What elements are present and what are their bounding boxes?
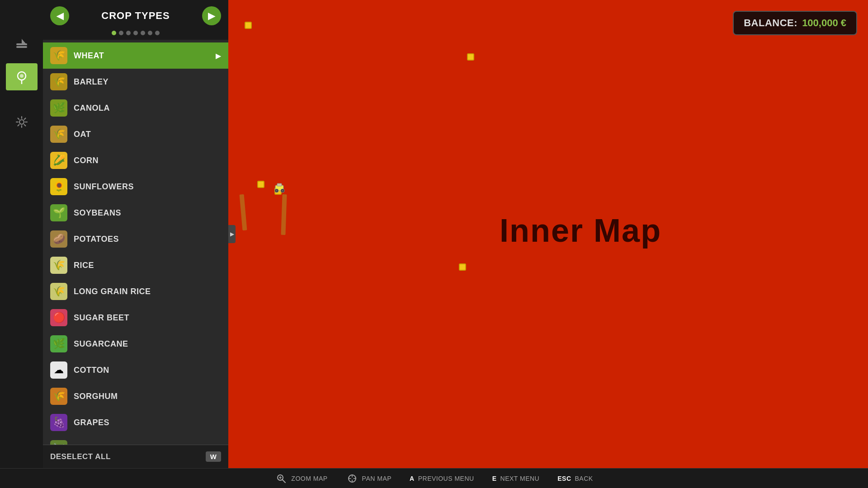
crop-icon-wheat: 🌾	[50, 47, 67, 64]
balance-amount: 100,000 €	[802, 17, 846, 29]
crop-arrow-wheat: ▶	[216, 52, 221, 60]
crop-name-sorghum: SORGHUM	[74, 392, 221, 401]
crop-name-barley: BARLEY	[74, 77, 221, 87]
pagination-dot-1[interactable]	[119, 31, 123, 35]
deselect-bar[interactable]: DESELECT ALL W	[43, 445, 228, 468]
next-menu-label: NEXT MENU	[500, 475, 540, 482]
pagination-dot-3[interactable]	[133, 31, 138, 35]
map-marker-2	[467, 53, 474, 61]
pan-icon	[346, 472, 359, 485]
deselect-key: W	[206, 451, 221, 462]
pagination-dot-4[interactable]	[141, 31, 145, 35]
crop-item-oat[interactable]: 🌾OAT	[43, 121, 228, 147]
zoom-map-label: ZOOM MAP	[291, 475, 327, 482]
crop-name-wheat: WHEAT	[74, 51, 209, 61]
pagination-dot-0[interactable]	[112, 31, 116, 35]
previous-menu-label: PREVIOUS MENU	[418, 475, 474, 482]
crop-icon-canola: 🌿	[50, 99, 67, 117]
previous-menu-key: A	[410, 475, 415, 482]
crop-item-potatoes[interactable]: 🥔POTATOES	[43, 226, 228, 252]
back-label: BACK	[575, 475, 593, 482]
back-key: ESC	[557, 475, 571, 482]
crop-icon-barley: 🌾	[50, 73, 67, 90]
map-label: Inner Map	[500, 212, 661, 249]
crop-name-sunflowers: SUNFLOWERS	[74, 182, 221, 192]
crop-name-longgrain: LONG GRAIN RICE	[74, 287, 221, 296]
action-next-menu[interactable]: E NEXT MENU	[492, 475, 540, 482]
crop-icon-cotton: ☁	[50, 361, 67, 379]
prev-button[interactable]: ◀	[50, 6, 69, 25]
crop-name-sugarbeet: SUGAR BEET	[74, 313, 221, 323]
crop-icon-sorghum: 🌾	[50, 388, 67, 405]
crop-name-sugarcane: SUGARCANE	[74, 339, 221, 349]
crop-icon-olives: 🫒	[50, 440, 67, 445]
svg-line-13	[283, 479, 286, 483]
svg-point-4	[20, 74, 24, 78]
panel-collapse[interactable]: ▶	[228, 225, 236, 243]
crop-item-soybeans[interactable]: 🌱SOYBEANS	[43, 200, 228, 226]
crop-item-longgrain[interactable]: 🌾LONG GRAIN RICE	[43, 278, 228, 305]
svg-rect-2	[16, 46, 27, 48]
crop-item-wheat[interactable]: 🌾WHEAT▶	[43, 42, 228, 69]
bottom-bar: ZOOM MAP PAN MAP A PREVIOUS MENU E NEXT …	[0, 468, 868, 488]
crop-item-olives[interactable]: 🫒OLIVES	[43, 436, 228, 445]
crop-item-sugarbeet[interactable]: 🔴SUGAR BEET	[43, 305, 228, 331]
crop-item-corn[interactable]: 🌽CORN	[43, 147, 228, 174]
map-vehicle	[274, 181, 287, 196]
sidebar-item-settings[interactable]	[6, 108, 38, 136]
crop-icon-sunflowers: 🌻	[50, 178, 67, 195]
field-line-2	[281, 194, 287, 235]
svg-point-11	[282, 190, 283, 192]
action-back[interactable]: ESC BACK	[557, 475, 593, 482]
field-line-1	[240, 194, 247, 231]
svg-rect-7	[277, 183, 282, 186]
map-marker-3	[257, 181, 264, 188]
svg-marker-1	[22, 39, 27, 45]
zoom-icon	[275, 472, 288, 485]
crop-list: 🌾WHEAT▶🌾BARLEY🌿CANOLA🌾OAT🌽CORN🌻SUNFLOWER…	[43, 40, 228, 445]
icon-rail	[0, 0, 43, 468]
pagination-dots	[43, 28, 228, 40]
crop-icon-rice: 🌾	[50, 257, 67, 274]
pagination-dot-6[interactable]	[155, 31, 160, 35]
next-menu-key: E	[492, 475, 497, 482]
sidebar-item-map[interactable]	[6, 63, 38, 90]
crop-icon-corn: 🌽	[50, 152, 67, 169]
crop-icon-oat: 🌾	[50, 126, 67, 143]
sidebar-item-directions[interactable]	[6, 32, 38, 59]
pagination-dot-2[interactable]	[126, 31, 131, 35]
crop-icon-potatoes: 🥔	[50, 230, 67, 248]
panel-header: ◀ CROP TYPES ▶	[43, 0, 228, 28]
crop-name-rice: RICE	[74, 261, 221, 270]
crop-name-canola: CANOLA	[74, 103, 221, 113]
panel-title: CROP TYPES	[101, 10, 170, 22]
crop-icon-grapes: 🍇	[50, 414, 67, 431]
map-marker-5	[459, 263, 466, 271]
action-zoom-map[interactable]: ZOOM MAP	[275, 472, 327, 485]
pan-map-label: PAN MAP	[362, 475, 392, 482]
action-previous-menu[interactable]: A PREVIOUS MENU	[410, 475, 474, 482]
crop-item-rice[interactable]: 🌾RICE	[43, 252, 228, 278]
crop-item-cotton[interactable]: ☁COTTON	[43, 357, 228, 383]
pagination-dot-5[interactable]	[148, 31, 152, 35]
crop-item-canola[interactable]: 🌿CANOLA	[43, 95, 228, 121]
action-pan-map[interactable]: PAN MAP	[346, 472, 392, 485]
crop-item-sugarcane[interactable]: 🌿SUGARCANE	[43, 331, 228, 357]
crop-icon-longgrain: 🌾	[50, 283, 67, 300]
crop-item-grapes[interactable]: 🍇GRAPES	[43, 409, 228, 436]
crop-name-corn: CORN	[74, 156, 221, 165]
svg-point-5	[19, 120, 24, 124]
crop-name-oat: OAT	[74, 130, 221, 139]
crop-item-barley[interactable]: 🌾BARLEY	[43, 69, 228, 95]
crop-icon-sugarcane: 🌿	[50, 335, 67, 352]
balance-label: BALANCE:	[744, 17, 797, 29]
crop-name-grapes: GRAPES	[74, 418, 221, 427]
crop-item-sorghum[interactable]: 🌾SORGHUM	[43, 383, 228, 409]
crop-item-sunflowers[interactable]: 🌻SUNFLOWERS	[43, 174, 228, 200]
next-button[interactable]: ▶	[202, 6, 221, 25]
crop-icon-soybeans: 🌱	[50, 204, 67, 221]
map-area: Inner Map BALANCE: 100,000 €	[228, 0, 868, 468]
svg-point-10	[276, 190, 278, 192]
crop-name-cotton: COTTON	[74, 366, 221, 375]
balance-badge: BALANCE: 100,000 €	[733, 11, 857, 35]
